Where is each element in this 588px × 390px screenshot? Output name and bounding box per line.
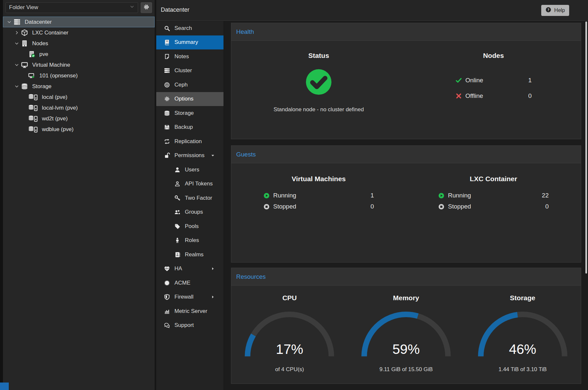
monitor-icon	[21, 61, 28, 68]
svg-text:?: ?	[547, 8, 549, 12]
tree-item-local-pve[interactable]: local (pve)	[3, 92, 155, 102]
tree-item-lxc-container[interactable]: LXC Container	[3, 27, 155, 38]
status-row-label: Running	[273, 192, 296, 199]
nav-item-search[interactable]: Search	[156, 21, 224, 35]
tree-item-label: Virtual Machine	[32, 62, 70, 68]
user-icon	[174, 167, 180, 173]
nav-item-users[interactable]: Users	[156, 163, 224, 177]
tree-item-label: wdblue (pve)	[42, 126, 73, 133]
user-outline-icon	[174, 181, 180, 187]
nav-item-cluster[interactable]: Cluster	[156, 64, 224, 78]
check-circle-icon	[305, 68, 333, 96]
nav-item-roles[interactable]: Roles	[156, 234, 224, 248]
gear-icon	[164, 96, 170, 102]
gear-icon	[143, 4, 149, 10]
gauge-arc: 17%	[241, 307, 338, 358]
sidebar-splitter[interactable]	[155, 0, 156, 390]
nav-item-support[interactable]: Support	[156, 318, 224, 333]
tree-item-label: local (pve)	[42, 94, 67, 101]
tree-item-datacenter[interactable]: Datacenter	[3, 17, 155, 27]
nav-item-label: Groups	[185, 209, 203, 215]
gauge-caption: of 4 CPU(s)	[275, 366, 304, 373]
book-icon	[164, 39, 170, 45]
question-circle-icon: ?	[545, 7, 551, 13]
nav-item-metric-server[interactable]: Metric Server	[156, 304, 224, 318]
guests-column-virtual-machines: Virtual MachinesRunning1Stopped0	[231, 175, 406, 212]
tree-settings-button[interactable]	[141, 2, 152, 13]
nav-item-realms[interactable]: Realms	[156, 248, 224, 262]
tree-item-label: Nodes	[32, 40, 48, 47]
nav-item-two-factor[interactable]: Two Factor	[156, 191, 224, 205]
nav-item-label: Storage	[174, 110, 194, 116]
tree-item-wd2t-pve[interactable]: wd2t (pve)	[3, 113, 155, 124]
nav-item-ha[interactable]: HA	[156, 262, 224, 276]
status-row-label: Stopped	[448, 203, 471, 210]
database-drive-icon	[28, 126, 38, 133]
bar-chart-icon	[164, 308, 170, 314]
chevron-right-icon[interactable]	[13, 30, 20, 35]
nav-item-groups[interactable]: Groups	[156, 205, 224, 220]
nav-item-label: Backup	[174, 124, 193, 130]
status-row-value: 0	[528, 92, 532, 100]
chevron-down-icon[interactable]	[13, 41, 20, 46]
help-button[interactable]: ? Help	[541, 5, 569, 16]
nav-item-summary[interactable]: Summary	[156, 35, 224, 50]
datacenter-nav: SearchSummaryNotesClusterCephOptionsStor…	[156, 21, 224, 390]
scrollbar-thumb[interactable]	[585, 21, 587, 274]
nav-item-storage[interactable]: Storage	[156, 106, 224, 120]
status-row-running: Running1	[263, 190, 374, 201]
tree-item-storage[interactable]: Storage	[3, 81, 155, 92]
tree-item-101-opnsense[interactable]: 101 (opnsense)	[3, 70, 155, 81]
tree-item-local-lvm-pve[interactable]: local-lvm (pve)	[3, 102, 155, 113]
address-book-icon	[174, 252, 180, 258]
nav-item-api-tokens[interactable]: API Tokens	[156, 177, 224, 191]
nav-item-permissions[interactable]: Permissions	[156, 149, 224, 163]
content-scrollbar[interactable]	[585, 21, 587, 389]
health-panel: Health Status Standalone node - no clust…	[231, 23, 581, 139]
gauge-arc: 59%	[357, 307, 455, 358]
nav-item-options[interactable]: Options	[156, 92, 224, 106]
seal-icon	[164, 280, 170, 286]
nav-item-ceph[interactable]: Ceph	[156, 78, 224, 92]
chevron-down-icon[interactable]	[13, 62, 20, 67]
nav-item-acme[interactable]: ACME	[156, 276, 224, 290]
tree-item-label: LXC Container	[32, 30, 69, 36]
guests-column-heading: LXC Container	[470, 175, 517, 183]
tree-item-nodes[interactable]: Nodes	[3, 38, 155, 49]
tree-item-wdblue-pve[interactable]: wdblue (pve)	[3, 124, 155, 135]
cross-icon	[455, 93, 462, 99]
nav-item-pools[interactable]: Pools	[156, 219, 224, 234]
database-drive-icon	[28, 115, 38, 122]
chevron-down-icon[interactable]	[13, 84, 20, 89]
play-circle-icon	[438, 193, 444, 199]
health-panel-body: Status Standalone node - no cluster defi…	[231, 41, 581, 113]
resources-panel-header: Resources	[231, 268, 581, 286]
resources-panel-title: Resources	[236, 273, 266, 280]
resources-panel: Resources CPU17%of 4 CPU(s)Memory59%9.11…	[231, 268, 581, 384]
nav-item-replication[interactable]: Replication	[156, 134, 224, 149]
chevron-down-icon[interactable]	[5, 20, 13, 24]
tree-item-pve[interactable]: pve	[3, 49, 155, 60]
check-icon	[455, 77, 462, 84]
play-circle-icon	[263, 193, 270, 199]
view-mode-value: Folder View	[9, 4, 38, 11]
nav-item-label: Firewall	[174, 294, 194, 300]
person-icon	[174, 237, 180, 243]
nav-item-notes[interactable]: Notes	[156, 49, 224, 64]
gauge-percent: 46%	[474, 342, 571, 357]
status-row-value: 0	[370, 203, 374, 210]
chevron-down-icon	[14, 84, 19, 89]
tree-item-virtual-machine[interactable]: Virtual Machine	[3, 60, 155, 70]
nav-item-label: Summary	[174, 39, 198, 46]
guests-panel: Guests Virtual MachinesRunning1Stopped0L…	[231, 145, 581, 262]
view-mode-select[interactable]: Folder View	[6, 2, 138, 13]
database-icon	[21, 83, 28, 90]
caret-right-icon	[211, 290, 215, 304]
ceph-icon	[164, 82, 170, 88]
gauge-heading: CPU	[282, 294, 297, 302]
nav-item-firewall[interactable]: Firewall	[156, 290, 224, 304]
note-icon	[164, 54, 170, 60]
gauge-storage: Storage46%1.44 TiB of 3.10 TiB	[464, 294, 581, 373]
nav-item-backup[interactable]: Backup	[156, 120, 224, 135]
monitor-play-icon	[28, 72, 35, 79]
